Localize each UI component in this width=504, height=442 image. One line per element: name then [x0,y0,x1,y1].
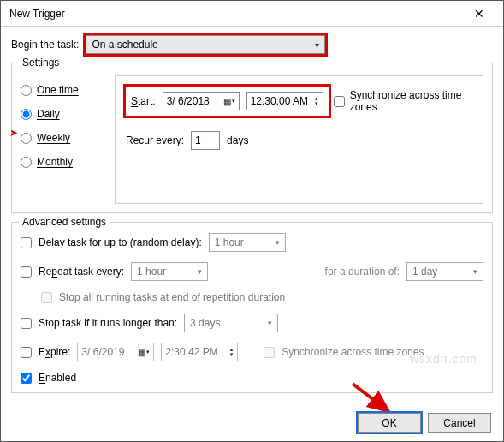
sync-timezones-checkbox[interactable] [334,96,345,107]
repeat-value: 1 hour [137,266,166,278]
delay-dropdown[interactable]: 1 hour ▾ [209,233,286,252]
start-group: Start: 3/ 6/2018 ▦▾ 12:30:00 AM ▲▼ [126,87,329,116]
window-title: New Trigger [9,8,65,20]
repeat-label: Repeat task every: [39,266,124,278]
recur-value: 1 [195,134,201,146]
repeat-checkbox[interactable] [21,266,32,278]
chevron-down-icon: ▾ [473,267,477,276]
advanced-group: Advanced settings Delay task for up to (… [11,222,493,393]
recur-unit: days [227,134,248,146]
enabled-checkbox[interactable] [21,373,32,384]
settings-legend: Settings [19,57,62,69]
cancel-button[interactable]: Cancel [428,413,491,433]
radio-weekly[interactable] [21,133,32,144]
stop-if-value: 3 days [190,317,220,329]
radio-one-time-label: One time [37,84,79,96]
spinner-icon[interactable]: ▲▼ [314,96,319,106]
start-label: Start: [131,95,156,107]
expire-date-value: 3/ 6/2019 [81,346,124,358]
advanced-legend: Advanced settings [19,216,110,228]
expire-sync-label: Synchronize across time zones [282,346,424,358]
ok-button[interactable]: OK [358,413,421,433]
chevron-down-icon: ▾ [276,238,280,247]
begin-task-value: On a schedule [92,39,157,51]
close-icon[interactable]: ✕ [462,7,496,21]
delay-checkbox[interactable] [21,237,32,248]
radio-weekly-label: Weekly [37,132,70,144]
calendar-icon[interactable]: ▦▾ [138,348,150,357]
radio-monthly-label: Monthly [37,156,73,168]
sync-timezones-label: Synchronize across time zones [350,89,472,113]
begin-task-dropdown[interactable]: On a schedule ▾ [86,35,325,54]
schedule-panel: Start: 3/ 6/2018 ▦▾ 12:30:00 AM ▲▼ Synch… [115,75,483,204]
expire-label: Expire: [39,346,70,358]
duration-value: 1 day [412,266,437,278]
stop-if-dropdown[interactable]: 3 days ▾ [184,314,278,332]
expire-checkbox[interactable] [21,347,32,358]
start-time-field[interactable]: 12:30:00 AM ▲▼ [246,92,323,110]
expire-sync-checkbox [264,347,275,358]
recur-value-field[interactable]: 1 [191,131,220,150]
recur-label: Recur every: [126,134,184,146]
stop-if-label: Stop task if it runs longer than: [39,317,177,329]
enabled-label: Enabled [39,372,76,384]
titlebar: New Trigger ✕ [1,1,503,27]
stop-if-checkbox[interactable] [21,318,32,329]
expire-date-field[interactable]: 3/ 6/2019 ▦▾ [77,343,154,361]
begin-task-label: Begin the task: [11,39,79,51]
duration-label: for a duration of: [325,266,400,278]
start-time-value: 12:30:00 AM [251,95,308,107]
start-date-value: 3/ 6/2018 [167,95,210,107]
radio-one-time[interactable] [21,85,32,96]
repeat-dropdown[interactable]: 1 hour ▾ [131,262,208,281]
spinner-icon[interactable]: ▲▼ [228,347,234,357]
delay-label: Delay task for up to (random delay): [39,236,202,248]
chevron-down-icon: ▾ [268,319,272,327]
radio-daily[interactable] [21,109,32,120]
stop-all-checkbox [41,292,52,303]
settings-group: Settings One time Daily Weekly Monthly [11,63,493,213]
radio-monthly[interactable] [21,157,32,168]
chevron-down-icon: ▾ [198,267,202,276]
start-date-field[interactable]: 3/ 6/2018 ▦▾ [163,92,240,110]
expire-time-value: 2:30:42 PM [165,346,217,358]
stop-all-label: Stop all running tasks at end of repetit… [59,291,285,303]
expire-time-field[interactable]: 2:30:42 PM ▲▼ [161,343,238,361]
ok-label: OK [382,417,396,429]
duration-dropdown[interactable]: 1 day ▾ [406,262,483,281]
cancel-label: Cancel [443,417,475,429]
calendar-icon[interactable]: ▦▾ [223,97,235,106]
chevron-down-icon: ▾ [315,40,319,50]
radio-daily-label: Daily [37,108,60,120]
delay-value: 1 hour [215,236,244,248]
